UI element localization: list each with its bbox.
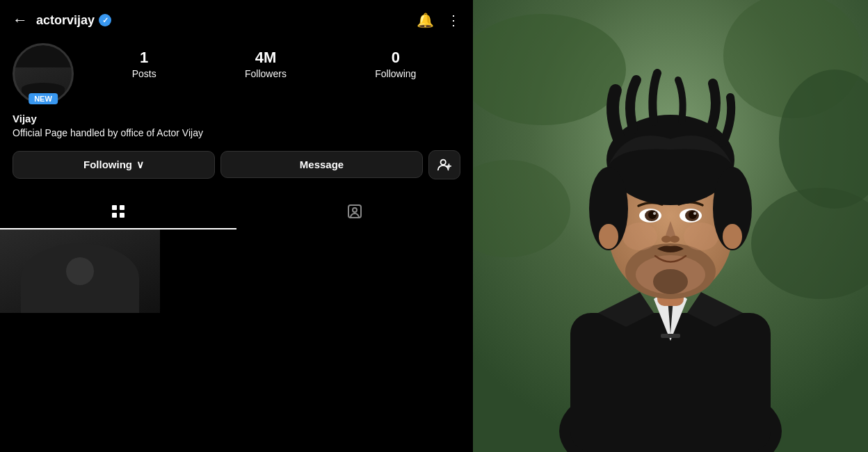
stat-followers[interactable]: 4M Followers bbox=[245, 49, 287, 79]
action-buttons: Following ∨ Message bbox=[0, 140, 473, 179]
chevron-down-icon: ∨ bbox=[136, 159, 144, 171]
svg-point-36 bbox=[670, 236, 680, 243]
top-icons: 🔔 ⋮ bbox=[417, 12, 460, 29]
photo-background bbox=[473, 0, 868, 452]
svg-point-32 bbox=[689, 211, 697, 219]
svg-point-40 bbox=[599, 224, 618, 249]
tab-bar bbox=[0, 193, 473, 229]
grid-thumbnail[interactable] bbox=[0, 229, 160, 313]
svg-rect-5 bbox=[112, 213, 117, 218]
followers-label: Followers bbox=[245, 68, 287, 79]
stat-following[interactable]: 0 Following bbox=[375, 49, 416, 79]
svg-point-33 bbox=[653, 212, 656, 215]
svg-point-34 bbox=[693, 212, 696, 215]
svg-point-25 bbox=[622, 223, 657, 250]
back-button[interactable]: ← bbox=[13, 11, 28, 29]
following-button-label: Following bbox=[83, 159, 132, 170]
profile-panel: ← actorvijay 🔔 ⋮ NEW 1 Posts 4M Follower… bbox=[0, 0, 473, 452]
stat-posts[interactable]: 1 Posts bbox=[132, 49, 156, 79]
new-badge: NEW bbox=[29, 93, 58, 104]
grid-icon bbox=[110, 203, 127, 220]
following-button[interactable]: Following ∨ bbox=[13, 151, 215, 179]
svg-rect-6 bbox=[120, 213, 124, 218]
posts-label: Posts bbox=[132, 68, 156, 79]
avatar-wrapper: NEW bbox=[13, 43, 74, 104]
svg-point-24 bbox=[653, 269, 688, 294]
svg-rect-19 bbox=[661, 334, 680, 338]
message-button[interactable]: Message bbox=[220, 151, 423, 178]
tab-tagged[interactable] bbox=[236, 193, 473, 229]
bell-icon[interactable]: 🔔 bbox=[417, 12, 434, 29]
svg-rect-4 bbox=[120, 205, 124, 210]
bio-section: Vijay Official Page handled by office of… bbox=[0, 104, 473, 140]
svg-point-41 bbox=[723, 224, 742, 249]
add-person-icon bbox=[437, 157, 452, 172]
person-photo bbox=[473, 0, 868, 452]
followers-count: 4M bbox=[255, 49, 277, 67]
tab-grid[interactable] bbox=[0, 193, 236, 229]
tagged-icon bbox=[346, 203, 363, 220]
photo-panel bbox=[473, 0, 868, 452]
svg-rect-3 bbox=[112, 205, 117, 210]
verified-badge bbox=[99, 14, 111, 26]
more-icon[interactable]: ⋮ bbox=[447, 12, 460, 29]
following-label: Following bbox=[375, 68, 416, 79]
svg-point-8 bbox=[353, 208, 357, 212]
add-friend-button[interactable] bbox=[428, 150, 460, 179]
following-count: 0 bbox=[392, 49, 400, 67]
svg-point-31 bbox=[648, 211, 657, 219]
username-area: actorvijay bbox=[36, 13, 408, 28]
username-text: actorvijay bbox=[36, 13, 95, 28]
svg-point-0 bbox=[441, 159, 446, 164]
grid-preview bbox=[0, 229, 473, 452]
svg-point-26 bbox=[684, 223, 718, 250]
message-button-label: Message bbox=[300, 159, 344, 170]
top-bar: ← actorvijay 🔔 ⋮ bbox=[0, 0, 473, 38]
display-name: Vijay bbox=[13, 113, 460, 124]
posts-count: 1 bbox=[140, 49, 148, 67]
bio-description: Official Page handled by office of Actor… bbox=[13, 127, 460, 140]
svg-point-35 bbox=[661, 236, 671, 243]
profile-section: NEW 1 Posts 4M Followers 0 Following bbox=[0, 38, 473, 104]
stats-row: 1 Posts 4M Followers 0 Following bbox=[88, 43, 460, 79]
